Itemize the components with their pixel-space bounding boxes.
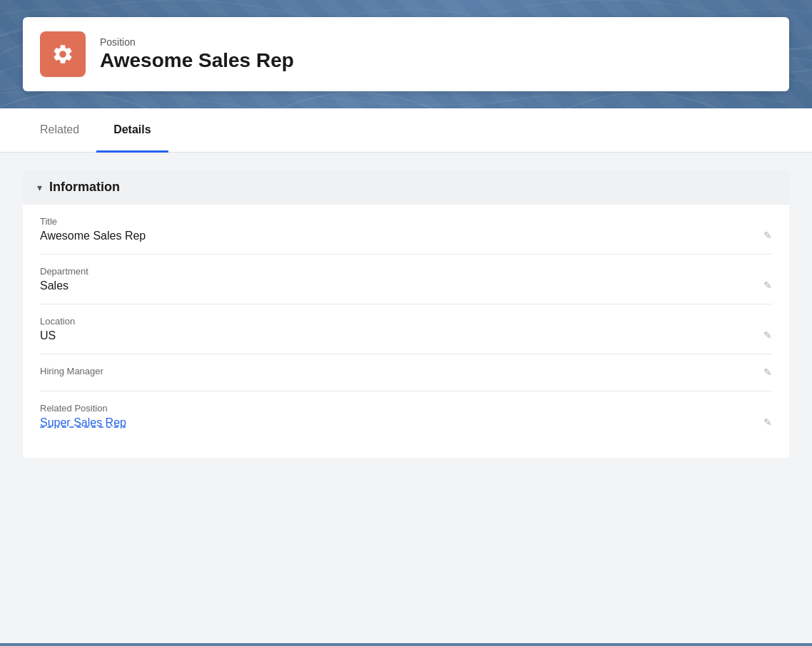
section-header[interactable]: ▾ Information — [23, 170, 789, 205]
field-label-title: Title — [40, 216, 772, 227]
tab-details[interactable]: Details — [96, 109, 168, 153]
record-type-icon — [40, 31, 86, 77]
field-location: Location US ✎ — [40, 304, 772, 354]
section-header-wrapper: ▾ Information — [23, 170, 789, 205]
edit-icon-department[interactable]: ✎ — [763, 280, 772, 291]
chevron-down-icon: ▾ — [37, 182, 42, 193]
page-header-bg: Position Awesome Sales Rep — [0, 0, 812, 108]
field-hiring-manager: Hiring Manager ✎ — [40, 354, 772, 391]
record-type-label: Position — [100, 36, 294, 48]
field-value-location: US — [40, 329, 772, 342]
field-value-title: Awesome Sales Rep — [40, 230, 772, 242]
tabs-bar: Related Details — [0, 108, 812, 153]
field-related-position: Related Position Super Sales Rep ✎ — [40, 391, 772, 441]
field-label-department: Department — [40, 266, 772, 277]
field-label-hiring-manager: Hiring Manager — [40, 366, 772, 376]
header-card: Position Awesome Sales Rep — [23, 17, 789, 91]
gear-icon — [51, 43, 74, 66]
record-name: Awesome Sales Rep — [100, 49, 294, 72]
field-value-related-position[interactable]: Super Sales Rep — [40, 416, 772, 429]
field-label-related-position: Related Position — [40, 403, 772, 414]
edit-icon-related-position[interactable]: ✎ — [763, 416, 772, 428]
details-content: ▾ Information Title Awesome Sales Rep ✎ … — [0, 153, 812, 475]
edit-icon-hiring-manager[interactable]: ✎ — [763, 366, 772, 378]
field-title: Title Awesome Sales Rep ✎ — [40, 205, 772, 255]
tab-related[interactable]: Related — [23, 109, 96, 153]
information-section: ▾ Information Title Awesome Sales Rep ✎ … — [23, 170, 789, 458]
main-content: Related Details ▾ Information Title Awes… — [0, 108, 812, 643]
section-title: Information — [49, 180, 120, 195]
field-department: Department Sales ✎ — [40, 255, 772, 304]
header-text-group: Position Awesome Sales Rep — [100, 36, 294, 72]
edit-icon-title[interactable]: ✎ — [763, 230, 772, 241]
field-label-location: Location — [40, 316, 772, 327]
fields-container: Title Awesome Sales Rep ✎ Department Sal… — [23, 205, 789, 441]
edit-icon-location[interactable]: ✎ — [763, 329, 772, 341]
field-value-department: Sales — [40, 280, 772, 292]
